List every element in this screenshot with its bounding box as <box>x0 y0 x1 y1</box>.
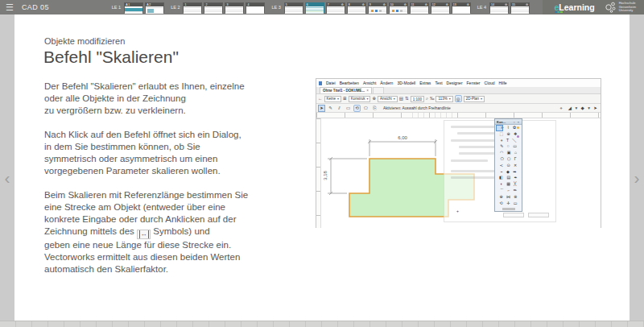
slide-thumbnail-a1[interactable]: A 1⚙ <box>124 2 143 13</box>
next-slide-button[interactable]: › <box>630 168 643 188</box>
slide-thumbnail-11[interactable]: 11⚙ <box>410 2 429 13</box>
percent-icon[interactable]: ‰ <box>430 95 435 102</box>
palette-row[interactable]: ◧ ▤ ✒ <box>495 175 522 181</box>
pin-icon[interactable]: ▫ <box>514 120 515 124</box>
cursor-button-icon[interactable]: ➤ <box>592 105 599 112</box>
plus-icon[interactable]: ⊕ <box>372 95 376 102</box>
slide-thumbnail-1[interactable]: 1⚙ <box>183 2 202 13</box>
menu-bearbeiten[interactable]: Bearbeiten <box>340 81 359 85</box>
konstruktion-tool-palette: Kon... ▫ × ➤ ⌇ ✿ ⬚ ⊕ ❖ ⌖ T ╲ ✎ ○ ▭ ◠ ▣ ⌂… <box>494 118 522 212</box>
close-icon[interactable]: × <box>518 120 520 124</box>
palette-accent-orange <box>517 126 519 129</box>
menu-aendern[interactable]: Ändern <box>380 81 393 85</box>
palette-row[interactable]: ⌁ ◆ ➥ <box>495 169 522 176</box>
chevron-down-icon: ▾ <box>337 96 339 101</box>
dimension-vertical-value: 3,18 <box>323 171 328 180</box>
slide-kicker: Objekte modifizieren <box>44 36 125 46</box>
class-dropdown[interactable]: Keine▾ <box>324 96 342 102</box>
palette-row[interactable]: ⬠ ⬡ Γ <box>495 156 522 163</box>
slide-thumbnail-3[interactable]: 3⚙ <box>225 2 244 13</box>
menu-extras[interactable]: Extras <box>419 81 431 85</box>
document-tab[interactable]: Ohne Titel1 - DOKUME... × <box>320 87 372 93</box>
lasso-mode-icon[interactable]: ⟲ <box>353 105 361 112</box>
menu-ansicht[interactable]: Ansicht <box>363 81 376 85</box>
vectorworks-screenshot: Datei Bearbeiten Ansicht Ändern 3D-Model… <box>316 78 601 228</box>
scale-field[interactable]: 1:100 <box>411 96 424 102</box>
rectangle-tool-icon[interactable]: ▭ <box>345 105 352 112</box>
chevron-down-icon: ▾ <box>394 96 395 101</box>
snap-angle-icon[interactable]: ◢ <box>566 105 573 112</box>
slide-thumbnail-4[interactable]: 4⚙ <box>246 2 265 13</box>
gear-icon: ⚙ <box>526 3 528 6</box>
snap-target-icon[interactable]: ⌖ <box>557 105 564 112</box>
palette-row[interactable]: ⌒ ⌐ ✏ <box>495 188 522 194</box>
layer-dropdown[interactable]: Konstruk▾ <box>349 96 371 102</box>
slide-thumbnail-15[interactable]: 15⚙ <box>510 2 530 13</box>
slide-body-text: Der Befehl "Skalieren" erlaubt es Ihnen,… <box>44 81 302 288</box>
view-dropdown[interactable]: Ansicht▾ <box>378 96 398 102</box>
palette-row[interactable]: ⊕ ⋈ ⊗ <box>495 194 522 201</box>
slide-thumbnail-13[interactable]: 13⚙ <box>452 2 471 13</box>
chevron-down-icon[interactable]: ▾ <box>575 105 577 112</box>
cad-menu-bar: Datei Bearbeiten Ansicht Ändern 3D-Model… <box>316 79 601 87</box>
menu-datei[interactable]: Datei <box>326 81 336 85</box>
university-logo: Hochschule Geisenheim University <box>605 2 636 13</box>
double-line-tool-icon[interactable]: ⫽ <box>336 105 343 112</box>
polygon-mode-icon[interactable]: ⬠ <box>362 105 369 112</box>
gear-icon: ⚙ <box>446 3 448 6</box>
chevron-down-icon[interactable]: ▾ <box>588 105 590 112</box>
palette-row[interactable]: ⟲ ✛ ▭ <box>495 201 522 207</box>
slide-thumbnail-6-current[interactable]: 6⚙ <box>305 2 324 13</box>
slide-thumbnail-12[interactable]: 12⚙ <box>431 2 450 13</box>
menu-designer[interactable]: Designer <box>447 81 463 85</box>
slide-thumbnail-14[interactable]: 14⚙ <box>489 2 509 13</box>
cad-view-toolbar: ← Keine▾ ⊞ Konstruk▾ ⊕ Ansicht▾ ▤ ⇅ 1:10… <box>316 94 601 104</box>
mouse-cursor: + <box>456 209 459 213</box>
menu-icon[interactable]: ☰ <box>6 0 14 14</box>
selection-tool-icon[interactable]: ➤ <box>318 105 325 112</box>
group-label-le2: LE 2 <box>171 5 180 10</box>
paragraph-1: Der Befehl "Skalieren" erlaubt es Ihnen,… <box>44 81 302 117</box>
palette-row[interactable]: ✎ ○ ▭ <box>495 143 522 150</box>
dimension-vertical <box>328 157 367 195</box>
render-mode-icon[interactable]: ◎ <box>455 95 462 102</box>
slide-thumbnail-9[interactable]: 9⚙ <box>368 2 387 13</box>
copy-mode-icon[interactable]: ⎘ <box>371 105 378 112</box>
menu-fenster[interactable]: Fenster <box>467 81 481 85</box>
plan-dropdown[interactable]: 2D-Plan▾ <box>464 96 485 102</box>
close-tab-icon[interactable]: × <box>366 88 369 93</box>
dialog-cancel-button[interactable] <box>528 213 549 217</box>
palette-row[interactable]: ◐ ▦ ╳ <box>495 181 522 188</box>
cad-drawing-canvas[interactable]: 6,00 3,18 <box>316 118 601 228</box>
palette-resize-handle[interactable] <box>502 208 515 210</box>
snap-point-icon[interactable]: ◆ <box>579 105 586 112</box>
progress-footer-bar[interactable] <box>0 321 644 327</box>
empty-tab[interactable] <box>373 87 384 93</box>
menu-3d-modell[interactable]: 3D-Modell <box>397 81 415 85</box>
paragraph-3: Beim Skalieren mit Referenzlänge bestimm… <box>44 189 302 275</box>
document-icon[interactable]: ▤ <box>399 95 403 102</box>
menu-hilfe[interactable]: Hilfe <box>499 81 507 85</box>
slide-thumbnail-2[interactable]: 2⚙ <box>204 2 223 13</box>
slide-thumbnail-a2[interactable]: A 2⚙ <box>145 2 164 13</box>
menu-cloud[interactable]: Cloud <box>485 81 495 85</box>
dialog-ok-button[interactable] <box>503 213 524 217</box>
zoom-dropdown[interactable]: 113%▾ <box>436 96 452 102</box>
palette-accent-purple <box>517 135 519 138</box>
back-icon[interactable]: ← <box>318 95 323 102</box>
swap-icon[interactable]: ⇅ <box>405 95 409 102</box>
slide-thumbnail-7[interactable]: 7⚙ <box>326 2 345 13</box>
logo-area: eLearning Hochschule Geisenheim Universi… <box>543 0 644 14</box>
palette-row[interactable]: ≺ ⊙ ✕ <box>495 163 522 169</box>
palette-title: Kon... <box>497 120 506 124</box>
previous-slide-button[interactable]: ‹ <box>1 168 14 188</box>
zoom-icon[interactable]: ⌕ <box>426 95 428 102</box>
palette-row[interactable]: ⌖ T ╲ <box>495 138 522 144</box>
slide-thumbnail-5[interactable]: 5⚙ <box>284 2 303 13</box>
pen-tool-icon[interactable]: ✎ <box>327 105 334 112</box>
slide-thumbnail-8[interactable]: 8⚙ <box>347 2 366 13</box>
slide-thumbnail-10[interactable]: 10⚙ <box>389 2 408 13</box>
palette-row[interactable]: ◠ ▣ ⌂ <box>495 150 522 156</box>
grid-icon[interactable]: ⊞ <box>343 95 347 102</box>
menu-text[interactable]: Text <box>435 81 442 85</box>
